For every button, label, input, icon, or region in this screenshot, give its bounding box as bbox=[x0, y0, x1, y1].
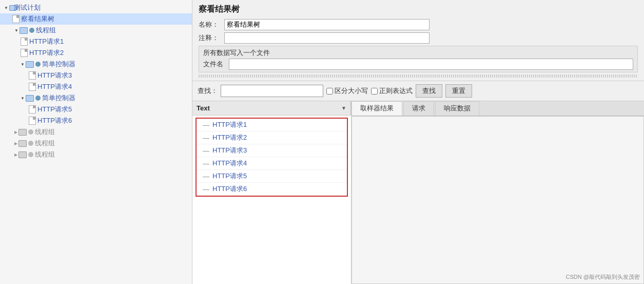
divider bbox=[199, 74, 638, 78]
tree-label-http5: HTTP请求5 bbox=[37, 105, 72, 114]
search-input[interactable] bbox=[221, 85, 323, 97]
watermark: CSDN @敲代码敲到头发茂密 bbox=[566, 273, 640, 281]
tree-label-http2: HTTP请求2 bbox=[29, 48, 64, 58]
doc-icon-http3 bbox=[29, 71, 36, 80]
doc-icon-result bbox=[12, 15, 19, 23]
result-row-http3[interactable]: — HTTP请求3 bbox=[197, 144, 347, 157]
result-row-http1[interactable]: — HTTP请求1 bbox=[197, 119, 347, 131]
tree-root-label: 测试计划 bbox=[14, 3, 41, 12]
result-row-http5[interactable]: — HTTP请求5 bbox=[197, 170, 347, 183]
pin-gray-1 bbox=[28, 129, 33, 135]
folder-icon-thread-1 bbox=[19, 27, 28, 34]
tree-item-thread-gray-2[interactable]: ▶ 线程组 bbox=[0, 138, 192, 149]
tabs-header: 取样器结果 请求 响应数据 bbox=[352, 101, 644, 116]
result-label-http4: HTTP请求4 bbox=[212, 159, 247, 168]
file-section: 所有数据写入一个文件 文件名 bbox=[199, 46, 638, 72]
tree-item-http6[interactable]: HTTP请求6 bbox=[0, 115, 192, 126]
comment-row: 注释： bbox=[199, 32, 638, 44]
tree-label-gray-3: 线程组 bbox=[35, 150, 55, 159]
pin-gray-3 bbox=[28, 152, 33, 157]
result-label-http6: HTTP请求6 bbox=[212, 184, 247, 194]
folder-gray-2 bbox=[18, 140, 27, 147]
filename-label: 文件名 bbox=[203, 60, 229, 69]
tree-label-http4: HTTP请求4 bbox=[37, 82, 72, 91]
pin-icon-2 bbox=[35, 62, 41, 67]
tree-label-gray-1: 线程组 bbox=[35, 127, 55, 137]
result-tree-header: Text ▼ bbox=[192, 101, 351, 116]
folder-open-icon: ▼ bbox=[4, 4, 12, 12]
left-tree-panel: ▼ 测试计划 察看结果树 ▼ 线程组 HTTP请求1 HTTP请求2 bbox=[0, 0, 192, 284]
filename-input[interactable] bbox=[229, 59, 633, 70]
result-row-http2[interactable]: — HTTP请求2 bbox=[197, 131, 347, 144]
tree-label-thread-1: 线程组 bbox=[36, 26, 56, 35]
tree-item-http1[interactable]: HTTP请求1 bbox=[0, 36, 192, 47]
result-row-http6[interactable]: — HTTP请求6 bbox=[197, 183, 347, 196]
case-label: 区分大小写 bbox=[335, 86, 368, 96]
folder-icon-ctrl-2 bbox=[26, 95, 34, 102]
tab-response-data[interactable]: 响应数据 bbox=[435, 101, 479, 116]
tree-item-http3[interactable]: HTTP请求3 bbox=[0, 70, 192, 81]
name-label: 名称： bbox=[199, 20, 224, 29]
result-tree-body: — HTTP请求1 — HTTP请求2 — HTTP请求3 — bbox=[192, 116, 351, 284]
search-bar: 查找： 区分大小写 正则表达式 查找 重置 bbox=[192, 81, 644, 101]
tree-item-view-result[interactable]: 察看结果树 bbox=[0, 13, 192, 25]
pin-icon-1 bbox=[29, 28, 34, 33]
tree-item-http5[interactable]: HTTP请求5 bbox=[0, 104, 192, 115]
regex-checkbox[interactable]: 正则表达式 bbox=[371, 86, 413, 96]
doc-icon-http6 bbox=[29, 117, 36, 125]
result-label-http3: HTTP请求3 bbox=[212, 146, 247, 155]
right-panel: 察看结果树 名称： 注释： 所有数据写入一个文件 文件名 查找： bbox=[192, 0, 644, 284]
dropdown-arrow-icon: ▼ bbox=[341, 105, 346, 111]
regex-label: 正则表达式 bbox=[379, 86, 413, 96]
form-area: 察看结果树 名称： 注释： 所有数据写入一个文件 文件名 bbox=[192, 0, 644, 81]
tree-item-simple-ctrl-1[interactable]: ▼ 简单控制器 bbox=[0, 59, 192, 70]
tree-item-thread-gray-1[interactable]: ▶ 线程组 bbox=[0, 126, 192, 138]
tree-item-thread-group-1[interactable]: ▼ 线程组 bbox=[0, 25, 192, 36]
folder-gray-1 bbox=[18, 129, 27, 136]
text-col-label: Text bbox=[197, 104, 210, 112]
doc-icon-http1 bbox=[21, 37, 28, 46]
page-title: 察看结果树 bbox=[199, 4, 638, 15]
search-label: 查找： bbox=[198, 86, 218, 96]
tree-label-http6: HTTP请求6 bbox=[37, 116, 72, 125]
result-label-http1: HTTP请求1 bbox=[212, 120, 247, 129]
tree-label-http1: HTTP请求1 bbox=[29, 37, 64, 46]
tree-label-ctrl-1: 简单控制器 bbox=[42, 60, 75, 69]
comment-label: 注释： bbox=[199, 33, 224, 43]
tree-item-http4[interactable]: HTTP请求4 bbox=[0, 81, 192, 92]
tree-item-simple-ctrl-2[interactable]: ▼ 简单控制器 bbox=[0, 92, 192, 104]
tree-item-thread-gray-3[interactable]: ▶ 线程组 bbox=[0, 149, 192, 160]
reset-button[interactable]: 重置 bbox=[445, 84, 472, 98]
tab-sampler-result[interactable]: 取样器结果 bbox=[352, 101, 402, 116]
results-area: Text ▼ — HTTP请求1 — HTTP请求2 bbox=[192, 101, 644, 284]
tree-label-ctrl-2: 简单控制器 bbox=[42, 93, 75, 103]
doc-icon-http4 bbox=[29, 83, 36, 91]
result-label-http2: HTTP请求2 bbox=[212, 133, 247, 142]
pin-icon-3 bbox=[35, 96, 41, 101]
regex-check[interactable] bbox=[371, 88, 378, 94]
right-tabs-panel: 取样器结果 请求 响应数据 bbox=[352, 101, 644, 284]
result-label-http5: HTTP请求5 bbox=[212, 172, 247, 181]
name-input[interactable] bbox=[224, 19, 430, 30]
result-row-http4[interactable]: — HTTP请求4 bbox=[197, 157, 347, 170]
pin-gray-2 bbox=[28, 141, 33, 146]
section-title: 所有数据写入一个文件 bbox=[203, 48, 633, 58]
tree-root[interactable]: ▼ 测试计划 bbox=[0, 2, 192, 13]
find-button[interactable]: 查找 bbox=[416, 84, 442, 98]
tree-label-http3: HTTP请求3 bbox=[37, 71, 72, 80]
doc-icon-http2 bbox=[21, 49, 28, 57]
result-highlighted-box: — HTTP请求1 — HTTP请求2 — HTTP请求3 — bbox=[196, 118, 348, 197]
folder-gray-3 bbox=[18, 152, 27, 158]
text-column-header[interactable]: Text ▼ bbox=[192, 101, 351, 115]
comment-input[interactable] bbox=[224, 32, 430, 44]
result-tree: Text ▼ — HTTP请求1 — HTTP请求2 bbox=[192, 101, 352, 284]
tree-item-http2[interactable]: HTTP请求2 bbox=[0, 47, 192, 59]
name-row: 名称： bbox=[199, 19, 638, 30]
tab-request[interactable]: 请求 bbox=[403, 101, 434, 116]
file-row: 文件名 bbox=[203, 59, 633, 70]
tree-label-gray-2: 线程组 bbox=[35, 139, 55, 148]
tabs-content bbox=[352, 116, 644, 284]
tree-label-view-result: 察看结果树 bbox=[21, 14, 54, 24]
case-sensitive-checkbox[interactable]: 区分大小写 bbox=[326, 86, 368, 96]
case-sensitive-check[interactable] bbox=[326, 88, 333, 94]
